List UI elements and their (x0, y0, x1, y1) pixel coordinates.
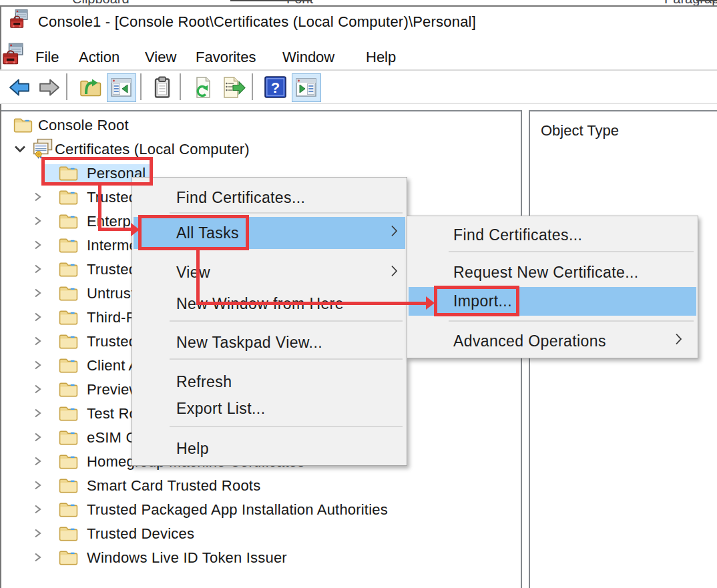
export-list-button[interactable] (222, 76, 246, 101)
mmc-app-icon (10, 9, 28, 31)
menu-item-export-list[interactable]: Export List... (134, 396, 405, 422)
chevron-right-icon[interactable] (33, 288, 43, 301)
tree-item-label: Certificates (Local Computer) (55, 141, 250, 158)
folder-icon (59, 429, 78, 448)
menu-item-help[interactable]: Help (134, 436, 405, 462)
forward-button[interactable] (37, 77, 60, 101)
toggle-console-tree-button[interactable] (107, 73, 136, 102)
menubar-item-file[interactable]: File (35, 49, 59, 66)
annotation-box-import (434, 286, 519, 316)
window-title: Console1 - [Console Root\Certificates (L… (38, 13, 476, 31)
ribbon-fragment-clipboard: Clipboard (72, 0, 130, 5)
chevron-down-icon[interactable] (13, 143, 27, 157)
toolbar-separator (252, 73, 253, 100)
tree-item-label: Console Root (38, 117, 129, 134)
folder-icon (59, 285, 78, 304)
menu-item-advanced-operations[interactable]: Advanced Operations (409, 328, 696, 354)
menu-item-new-taskpad-view[interactable]: New Taskpad View... (134, 330, 405, 356)
folder-icon (59, 261, 78, 280)
menu-item-label: Refresh (176, 373, 232, 391)
up-one-level-icon (79, 89, 102, 100)
menubar-item-favorites[interactable]: Favorites (196, 49, 256, 66)
chevron-right-icon[interactable] (33, 312, 43, 325)
tree-item-console-root[interactable]: Console Root (1, 114, 520, 138)
submenu-arrow-icon (391, 264, 399, 282)
chevron-right-icon[interactable] (33, 528, 43, 541)
chevron-right-icon[interactable] (33, 384, 43, 397)
toggle-console-tree-icon (111, 89, 132, 100)
clipboard-icon (151, 89, 174, 101)
folder-icon (59, 453, 78, 472)
menu-separator (449, 320, 694, 322)
forward-icon (37, 89, 60, 100)
submenu-arrow-icon (391, 224, 399, 242)
menu-item-label: View (176, 264, 210, 282)
up-one-level-button[interactable] (79, 77, 102, 101)
folder-icon (13, 117, 33, 135)
menu-item-label: New Taskpad View... (176, 334, 322, 352)
chevron-right-icon[interactable] (33, 456, 43, 469)
chevron-right-icon[interactable] (33, 240, 43, 253)
chevron-right-icon[interactable] (33, 192, 43, 205)
menubar-item-window[interactable]: Window (282, 49, 334, 66)
toggle-action-pane-button[interactable] (292, 73, 321, 102)
menu-item-request-new-certificate[interactable]: Request New Certificate... (409, 259, 696, 286)
annotation-arrow2-vertical (196, 250, 200, 304)
clipboard-button[interactable] (151, 76, 174, 101)
folder-icon (59, 381, 78, 400)
menu-item-label: Find Certificates... (453, 226, 582, 244)
annotation-box-personal (41, 157, 153, 186)
tree-item-trusted-devices[interactable]: Trusted Devices (1, 523, 520, 547)
folder-icon (59, 213, 78, 232)
chevron-right-icon[interactable] (33, 216, 43, 229)
menu-item-label: Help (176, 440, 209, 458)
chevron-right-icon[interactable] (33, 480, 43, 493)
menubar-item-help[interactable]: Help (366, 49, 396, 66)
menu-item-find-certificates[interactable]: Find Certificates... (134, 183, 405, 212)
background-ribbon-strip: Clipboard Font Paragraph (0, 0, 717, 5)
menubar-item-action[interactable]: Action (79, 49, 120, 66)
menu-item-view[interactable]: View (134, 260, 405, 286)
tree-item-smart-card-trusted-roots[interactable]: Smart Card Trusted Roots (1, 475, 520, 499)
svg-text:?: ? (271, 79, 280, 96)
annotation-arrow1-horizontal (98, 228, 132, 231)
chevron-right-icon[interactable] (33, 504, 43, 517)
tree-item-windows-live-id-token-issuer[interactable]: Windows Live ID Token Issuer (1, 547, 520, 571)
menu-item-label: Find Certificates... (176, 189, 305, 207)
help-button[interactable]: ? (264, 76, 286, 101)
folder-icon (59, 525, 78, 544)
tree-item-trusted-packaged-app-installation-authorities[interactable]: Trusted Packaged App Installation Author… (1, 499, 520, 523)
ribbon-fragment-line (696, 0, 717, 1)
menu-item-label: Advanced Operations (453, 332, 606, 350)
menu-item-label: Export List... (176, 400, 265, 418)
back-icon (9, 89, 31, 100)
refresh-button[interactable] (192, 76, 214, 101)
chevron-right-icon[interactable] (33, 432, 43, 445)
tree-item-label: Windows Live ID Token Issuer (87, 549, 287, 567)
chevron-right-icon[interactable] (33, 408, 43, 421)
window-top-border (0, 5, 717, 7)
menu-separator (170, 358, 403, 360)
menu-separator (170, 426, 403, 427)
folder-icon (59, 477, 78, 496)
annotation-box-all-tasks (138, 215, 249, 250)
back-button[interactable] (9, 77, 31, 101)
mmc-menubar-icon[interactable] (3, 43, 23, 67)
menu-item-find-certificates[interactable]: Find Certificates... (409, 222, 696, 248)
menu-item-refresh[interactable]: Refresh (134, 369, 405, 395)
folder-icon (59, 309, 78, 328)
left-pane-top-border (1, 110, 521, 111)
menubar-item-view[interactable]: View (145, 49, 176, 66)
folder-icon (59, 237, 78, 256)
column-header-object-type[interactable]: Object Type (541, 122, 619, 139)
folder-icon (59, 357, 78, 376)
toolbar-separator (180, 73, 181, 100)
chevron-right-icon[interactable] (33, 360, 43, 373)
chevron-right-icon[interactable] (33, 336, 43, 349)
chevron-right-icon[interactable] (33, 552, 43, 565)
chevron-right-icon[interactable] (33, 264, 43, 277)
folder-icon (59, 549, 78, 568)
folder-icon (59, 405, 78, 424)
folder-icon (59, 333, 78, 352)
annotation-arrow1-vertical (98, 185, 101, 230)
